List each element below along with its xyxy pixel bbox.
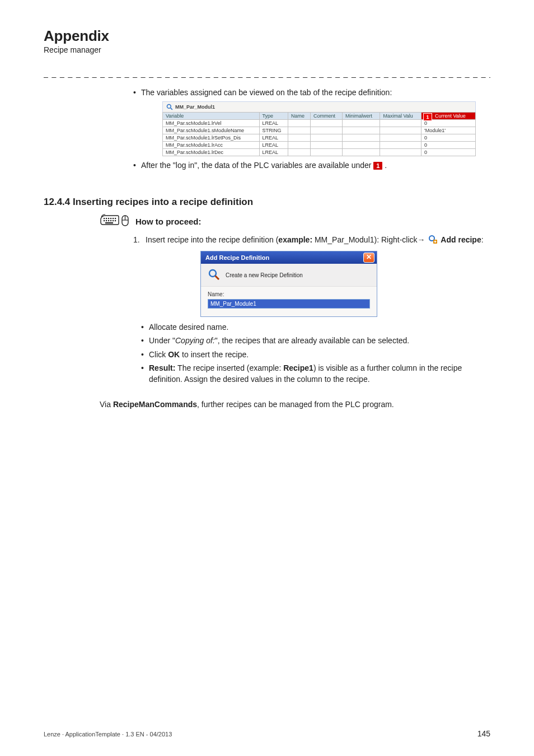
sub-under: Under "Copying of:", the recipes that ar…: [149, 335, 409, 346]
bullet-icon: •: [141, 335, 149, 346]
bullet-icon: •: [133, 160, 141, 171]
tab-bar: MM_Par_Modul1: [162, 101, 476, 112]
tab-label: MM_Par_Modul1: [175, 104, 215, 110]
cell-type: LREAL: [259, 148, 288, 156]
bullet-icon: •: [141, 349, 149, 360]
svg-point-0: [167, 104, 171, 108]
section-title: Inserting recipes into a recipe definiti…: [73, 197, 253, 208]
final-post: , further recipes can be managed from th…: [197, 400, 394, 409]
section-number: 12.4.4: [44, 197, 73, 208]
step1-trail: :: [481, 235, 484, 244]
sub-allocate: Allocate desired name.: [149, 321, 228, 333]
dialog-banner: Create a new Recipe Definition: [201, 264, 377, 287]
magnifier-icon: [208, 268, 220, 282]
cell-variable: MM_Par.scModule1.sModuleName: [163, 127, 260, 134]
sub-result-mid1: The recipe inserted (example:: [175, 363, 283, 372]
how-to-proceed-label: How to proceed:: [135, 217, 202, 226]
step-number: 1.: [133, 234, 146, 245]
svg-rect-7: [115, 218, 116, 219]
cell-type: STRING: [259, 127, 288, 134]
dialog-banner-text: Create a new Recipe Definition: [226, 272, 303, 278]
col-name: Name: [288, 112, 310, 119]
col-min: Minimalwert: [343, 112, 380, 119]
cell-current: 0: [421, 141, 475, 148]
table-row: Variable Type Name Comment Minimalwert M…: [163, 112, 476, 119]
sub-result-label: Result:: [149, 363, 175, 372]
final-paragraph: Via RecipeManCommands, further recipes c…: [100, 400, 490, 409]
name-field[interactable]: [208, 299, 370, 309]
svg-line-24: [216, 276, 219, 280]
name-label: Name:: [208, 291, 370, 297]
svg-point-23: [209, 270, 216, 277]
table-row: MM_Par.scModule1.lrDec LREAL 0: [163, 148, 476, 156]
svg-rect-9: [106, 220, 107, 221]
cell-type: LREAL: [259, 134, 288, 141]
sub-under-post: ", the recipes that are already availabl…: [215, 336, 409, 345]
recipe-add-icon: [428, 235, 437, 246]
final-strong: RecipeManCommands: [113, 400, 197, 409]
keyboard-mouse-icon: [100, 213, 130, 230]
svg-rect-5: [110, 218, 111, 219]
page-title: Appendix: [44, 28, 490, 44]
sub-click-post: to insert the recipe.: [180, 350, 249, 359]
svg-rect-14: [105, 222, 113, 223]
svg-rect-10: [108, 220, 109, 221]
separator-line: _ _ _ _ _ _ _ _ _ _ _ _ _ _ _ _ _ _ _ _ …: [44, 69, 490, 78]
step1-pre: Insert recipe into the recipe definition…: [146, 235, 278, 244]
callout-marker: 1: [373, 162, 382, 170]
col-current: 1 Current Value: [421, 112, 475, 119]
svg-rect-11: [110, 220, 111, 221]
cell-type: LREAL: [259, 119, 288, 127]
step1-add-recipe: Add recipe: [441, 235, 481, 244]
svg-rect-8: [104, 220, 105, 221]
cell-current: 0: [421, 134, 475, 141]
final-pre: Via: [100, 400, 113, 409]
sub-click: Click OK to insert the recipe.: [149, 349, 249, 360]
step1-example-label: example:: [278, 235, 312, 244]
bullet-icon: •: [141, 362, 149, 374]
footer-left: Lenze · ApplicationTemplate · 1.3 EN - 0…: [44, 731, 172, 738]
variables-table-figure: MM_Par_Modul1 Variable Type Name Comment…: [162, 101, 476, 156]
svg-rect-6: [113, 218, 114, 219]
table-row: MM_Par.scModule1.lrAcc LREAL 0: [163, 141, 476, 148]
col-variable: Variable: [163, 112, 260, 119]
col-current-label: Current Value: [435, 113, 466, 119]
arrow-icon: →: [418, 235, 425, 244]
col-comment: Comment: [310, 112, 342, 119]
svg-rect-2: [104, 218, 105, 219]
sub-click-strong: OK: [168, 350, 180, 359]
sub-under-pre: Under ": [149, 336, 175, 345]
step1-example-val: MM_Par_Modul1): Right-click: [312, 235, 418, 244]
sub-result-strong: Recipe1: [283, 363, 313, 372]
magnifier-icon: [166, 104, 173, 110]
callout-marker: 1: [423, 113, 432, 121]
svg-rect-3: [106, 218, 107, 219]
cell-current: 'Module1': [421, 127, 475, 134]
page-number: 145: [477, 729, 490, 738]
bullet-icon: •: [133, 87, 141, 98]
cell-variable: MM_Par.scModule1.lrSetPos_Dis: [163, 134, 260, 141]
table-row: MM_Par.scModule1.lrSetPos_Dis LREAL 0: [163, 134, 476, 141]
variables-table: Variable Type Name Comment Minimalwert M…: [162, 112, 476, 156]
sub-result: Result: The recipe inserted (example: Re…: [149, 362, 490, 385]
cell-variable: MM_Par.scModule1.lrVel: [163, 119, 260, 127]
svg-rect-13: [115, 220, 116, 221]
table-row: MM_Par.scModule1.sModuleName STRING 'Mod…: [163, 127, 476, 134]
dialog-titlebar: Add Recipe Definition ✕: [201, 251, 377, 264]
after-login-pre: After the "log in", the data of the PLC …: [141, 161, 373, 170]
svg-rect-4: [108, 218, 109, 219]
after-login-text: After the "log in", the data of the PLC …: [141, 160, 387, 171]
cell-variable: MM_Par.scModule1.lrDec: [163, 148, 260, 156]
dialog-body: Name:: [201, 287, 377, 316]
sub-click-pre: Click: [149, 350, 168, 359]
svg-line-1: [171, 108, 172, 109]
after-login-post: .: [385, 161, 387, 170]
page-subtitle: Recipe manager: [44, 45, 490, 54]
add-recipe-dialog: Add Recipe Definition ✕ Create a new Rec…: [200, 251, 377, 317]
step-text: Insert recipe into the recipe definition…: [146, 234, 484, 246]
cell-current: 0: [421, 148, 475, 156]
sub-under-it: Copying of:: [175, 336, 215, 345]
intro-bullet-text: The variables assigned can be viewed on …: [141, 87, 392, 98]
close-icon[interactable]: ✕: [363, 253, 374, 263]
col-type: Type: [259, 112, 288, 119]
